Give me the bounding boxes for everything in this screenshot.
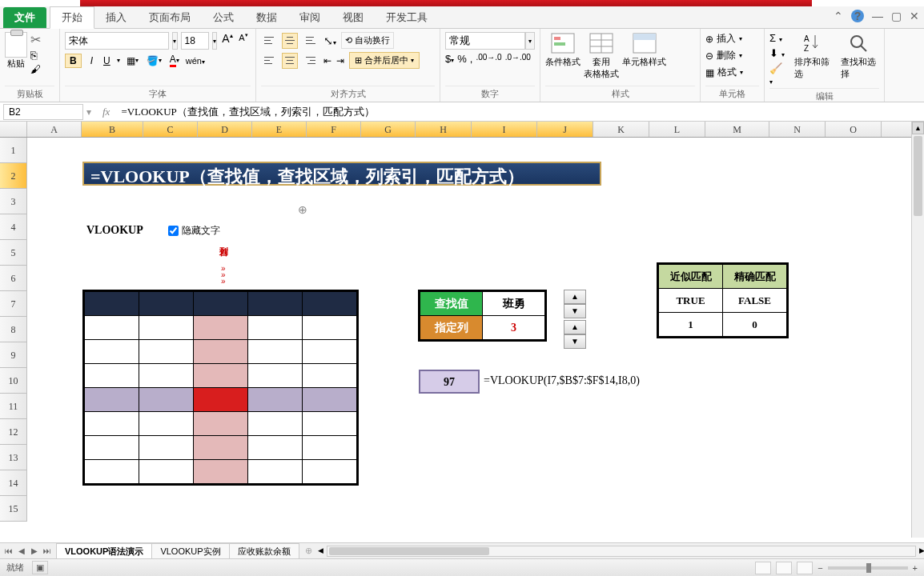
page-layout-view-icon[interactable]: [776, 562, 792, 574]
column-header-G[interactable]: G: [361, 122, 416, 137]
find-select-button[interactable]: 查找和选择: [841, 32, 879, 86]
search-value-spinner[interactable]: ▲ ▼: [564, 290, 586, 318]
vertical-scroll-thumb[interactable]: [914, 136, 922, 216]
column-index-cell[interactable]: 3: [483, 316, 545, 340]
row-header-14[interactable]: 14: [0, 470, 27, 496]
sheet-nav-last-icon[interactable]: ⏭: [42, 546, 53, 555]
scroll-left-icon[interactable]: ◀: [318, 546, 323, 554]
scroll-up-icon[interactable]: ▲: [912, 122, 924, 134]
column-header-E[interactable]: E: [252, 122, 307, 137]
zoom-slider-thumb[interactable]: [866, 563, 871, 573]
font-size-input[interactable]: [181, 32, 209, 50]
close-icon[interactable]: ✕: [910, 10, 919, 22]
increase-decimal-icon[interactable]: .00→.0: [476, 53, 501, 65]
merge-center-button[interactable]: ⊞ 合并后居中 ▾: [349, 52, 420, 69]
row-header-2[interactable]: 2: [0, 163, 27, 189]
copy-icon[interactable]: ⎘: [30, 49, 41, 62]
increase-indent-icon[interactable]: ⇥: [336, 55, 344, 66]
zoom-in-icon[interactable]: +: [913, 563, 918, 573]
help-icon[interactable]: ?: [851, 10, 864, 22]
tab-formulas[interactable]: 公式: [202, 7, 245, 28]
normal-view-icon[interactable]: [755, 562, 771, 574]
comma-icon[interactable]: ,: [470, 53, 473, 65]
spinner-down-icon[interactable]: ▼: [564, 304, 586, 318]
orientation-icon[interactable]: ⤡▾: [323, 34, 336, 47]
horizontal-scrollbar[interactable]: ◀ ▶: [327, 546, 916, 557]
vertical-scrollbar[interactable]: ▲: [911, 122, 924, 538]
align-center-icon[interactable]: [282, 53, 298, 69]
formula-banner-cell[interactable]: =VLOOKUP（查找值，查找区域，列索引，匹配方式）: [82, 162, 601, 186]
row-header-5[interactable]: 5: [0, 240, 27, 266]
currency-icon[interactable]: $▾: [445, 53, 454, 65]
phonetic-button[interactable]: wén▾: [186, 56, 205, 66]
spinner-down-icon[interactable]: ▼: [564, 334, 586, 349]
align-middle-icon[interactable]: [282, 33, 298, 49]
tab-review[interactable]: 审阅: [288, 7, 331, 28]
row-header-3[interactable]: 3: [0, 189, 27, 214]
tab-page-layout[interactable]: 页面布局: [138, 7, 202, 28]
autosum-icon[interactable]: Σ ▾: [769, 32, 786, 44]
minimize-icon[interactable]: —: [872, 10, 883, 22]
page-break-view-icon[interactable]: [797, 562, 813, 574]
worksheet-area[interactable]: =VLOOKUP（查找值，查找区域，列索引，匹配方式） VLOOKUP 隐藏文字…: [0, 138, 924, 522]
row-header-10[interactable]: 10: [0, 368, 27, 394]
column-header-C[interactable]: C: [143, 122, 198, 137]
restore-icon[interactable]: ▢: [891, 10, 902, 22]
spinner-up-icon[interactable]: ▲: [564, 290, 586, 304]
zoom-slider[interactable]: [828, 566, 908, 570]
clear-icon[interactable]: 🧹 ▾: [769, 62, 786, 86]
column-header-J[interactable]: J: [537, 122, 593, 137]
decrease-indent-icon[interactable]: ⇤: [323, 55, 331, 66]
number-format-dropdown-icon[interactable]: ▾: [525, 32, 535, 50]
row-header-1[interactable]: 1: [0, 138, 27, 163]
name-box[interactable]: [3, 104, 83, 120]
macro-record-icon[interactable]: ▣: [32, 561, 48, 574]
scroll-right-icon[interactable]: ▶: [919, 546, 924, 554]
sheet-tab-1[interactable]: VLOOKUP语法演示: [56, 543, 152, 559]
file-tab[interactable]: 文件: [3, 7, 46, 28]
tab-data[interactable]: 数据: [245, 7, 288, 28]
border-button[interactable]: ▦▾: [125, 54, 140, 67]
font-size-dropdown-icon[interactable]: ▾: [212, 32, 218, 50]
new-sheet-icon[interactable]: ⊕: [299, 544, 319, 558]
name-box-dropdown-icon[interactable]: ▾: [86, 106, 98, 118]
number-format-input[interactable]: [445, 32, 525, 50]
conditional-format-button[interactable]: 条件格式: [545, 32, 581, 84]
tab-home[interactable]: 开始: [50, 6, 94, 29]
fx-icon[interactable]: fx: [102, 106, 110, 118]
column-header-B[interactable]: B: [82, 122, 143, 137]
tab-insert[interactable]: 插入: [94, 7, 138, 28]
align-top-icon[interactable]: [261, 33, 277, 49]
row-header-9[interactable]: 9: [0, 342, 27, 368]
paste-button[interactable]: 粘贴: [5, 32, 27, 75]
decrease-font-icon[interactable]: A▾: [236, 32, 251, 50]
tab-view[interactable]: 视图: [331, 7, 375, 28]
wrap-text-button[interactable]: ⟲ 自动换行: [341, 32, 394, 49]
cut-icon[interactable]: ✂: [30, 32, 41, 47]
row-header-13[interactable]: 13: [0, 445, 27, 470]
decrease-decimal-icon[interactable]: .0→.00: [505, 53, 531, 65]
horizontal-scroll-thumb[interactable]: [329, 547, 489, 555]
column-header-K[interactable]: K: [593, 122, 649, 137]
row-header-15[interactable]: 15: [0, 496, 27, 522]
bold-button[interactable]: B: [65, 54, 82, 68]
select-all-corner[interactable]: [0, 122, 27, 137]
row-header-11[interactable]: 11: [0, 394, 27, 419]
row-header-8[interactable]: 8: [0, 317, 27, 342]
fill-color-button[interactable]: 🪣▾: [145, 54, 163, 67]
hide-text-checkbox[interactable]: 隐藏文字: [168, 224, 220, 238]
align-right-icon[interactable]: [303, 53, 319, 69]
hide-text-checkbox-input[interactable]: [168, 226, 179, 236]
underline-button[interactable]: U: [102, 54, 112, 67]
sheet-nav-first-icon[interactable]: ⏮: [3, 546, 14, 555]
spinner-up-icon[interactable]: ▲: [564, 320, 586, 334]
percent-icon[interactable]: %: [457, 53, 467, 65]
fill-icon[interactable]: ⬇ ▾: [769, 47, 786, 59]
column-header-M[interactable]: M: [705, 122, 769, 137]
column-header-A[interactable]: A: [27, 122, 82, 137]
column-header-I[interactable]: I: [472, 122, 537, 137]
row-header-6[interactable]: 6: [0, 266, 27, 291]
delete-cells-button[interactable]: ⊖删除 ▾: [705, 49, 759, 62]
sheet-nav-next-icon[interactable]: ▶: [29, 546, 40, 555]
zoom-out-icon[interactable]: −: [818, 563, 822, 573]
